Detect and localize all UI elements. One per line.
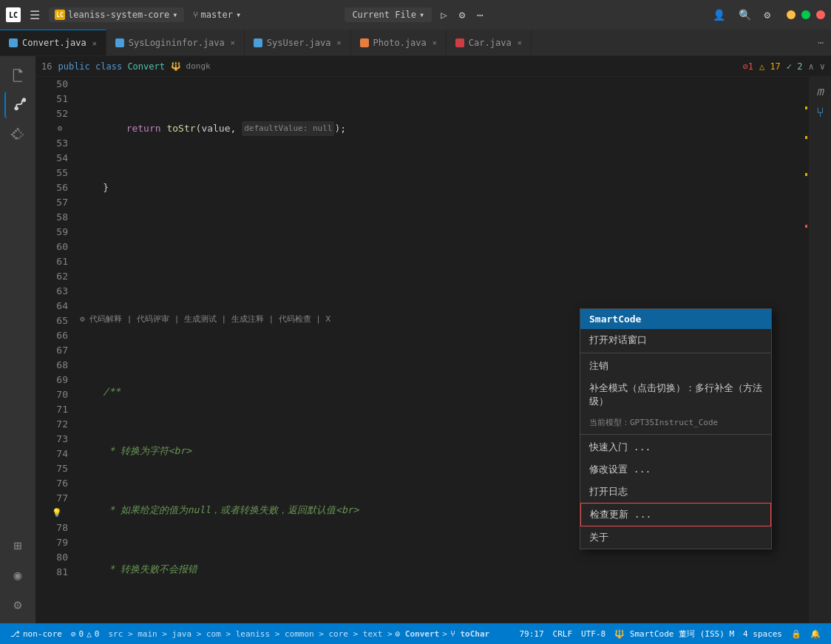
tab-photo[interactable]: Photo.java ✕ bbox=[351, 30, 447, 55]
context-menu: SmartCode 打开对话窗口 注销 补全模式（点击切换）：多行补全（方法级）… bbox=[580, 308, 772, 549]
sb-branch-label: non-core bbox=[23, 629, 62, 639]
sb-smartcode[interactable]: 🔱 SmartCode 董珂 (ISS) M bbox=[610, 623, 739, 644]
tab-label-syslogininfor: SysLogininfor.java bbox=[129, 38, 225, 48]
cm-check-update[interactable]: 检查更新 ... bbox=[580, 503, 771, 526]
tab-syslogininfor[interactable]: SysLogininfor.java ✕ bbox=[106, 30, 245, 55]
author-badge: 🔱 dongk bbox=[171, 61, 211, 71]
cm-about[interactable]: 关于 bbox=[580, 526, 771, 549]
sb-charset: UTF-8 bbox=[581, 629, 606, 639]
branch-name: master bbox=[201, 10, 233, 20]
activity-settings[interactable]: ⚙ bbox=[4, 591, 31, 617]
sb-branch[interactable]: ⎇ non-core bbox=[6, 623, 67, 644]
sb-errors[interactable]: ⊘ 0 △ 0 bbox=[67, 623, 104, 644]
tab-sysuser[interactable]: SysUser.java ✕ bbox=[245, 30, 351, 55]
tab-close-sysuser[interactable]: ✕ bbox=[337, 38, 342, 47]
branch-selector[interactable]: ⑂ master ▾ bbox=[189, 7, 246, 22]
statusbar: ⎇ non-core ⊘ 0 △ 0 src > main > java > c… bbox=[0, 623, 831, 644]
sb-notification-icon: 🔔 bbox=[810, 629, 821, 639]
rp-icon-m[interactable]: m bbox=[812, 83, 828, 99]
menu-button[interactable]: ☰ bbox=[25, 5, 44, 25]
cm-open-log[interactable]: 打开日志 bbox=[580, 481, 771, 503]
context-menu-title: SmartCode bbox=[580, 309, 771, 329]
tabbar: Convert.java ✕ SysLogininfor.java ✕ SysU… bbox=[0, 30, 831, 56]
cm-quick-start[interactable]: 快速入门 ... bbox=[580, 436, 771, 458]
tab-icon-convert bbox=[9, 38, 18, 47]
cm-divider-2 bbox=[580, 434, 771, 435]
titlebar-left: LC ☰ LC leaniss-system-core ▾ ⑂ master ▾ bbox=[6, 5, 340, 25]
sb-tochar: ⑂ toChar bbox=[450, 629, 489, 639]
activity-extensions[interactable] bbox=[4, 121, 31, 148]
editor-content: 50 51 52 ⚙ 53 54 55 56 57 58 59 60 61 62… bbox=[35, 77, 831, 623]
titlebar-center: Current File ▾ ▷ ⚙ ⋯ bbox=[345, 7, 486, 22]
sb-warn-icon: △ bbox=[87, 629, 92, 639]
activity-source-control[interactable] bbox=[4, 92, 31, 118]
tab-close-convert[interactable]: ✕ bbox=[92, 39, 97, 47]
caret-down[interactable]: ∨ bbox=[820, 61, 825, 72]
tab-label-car: Car.java bbox=[469, 38, 512, 48]
repo-selector[interactable]: LC leaniss-system-core ▾ bbox=[49, 7, 184, 22]
run-button[interactable]: ▷ bbox=[438, 7, 450, 22]
sb-line-ending[interactable]: CRLF bbox=[549, 623, 577, 644]
current-file-label: Current File bbox=[352, 10, 416, 20]
line-numbers: 50 51 52 ⚙ 53 54 55 56 57 58 59 60 61 62… bbox=[35, 77, 74, 623]
current-file-selector[interactable]: Current File ▾ bbox=[345, 7, 432, 22]
sb-breadcrumb: src > main > java > com > leaniss > comm… bbox=[104, 623, 494, 644]
branch-chevron: ▾ bbox=[236, 10, 241, 20]
activity-account[interactable]: ◉ bbox=[4, 561, 31, 588]
debug-button[interactable]: ⚙ bbox=[456, 7, 468, 22]
tab-icon-sysuser bbox=[254, 38, 262, 47]
tab-close-syslogininfor[interactable]: ✕ bbox=[231, 38, 235, 47]
app-logo: LC bbox=[6, 7, 21, 22]
branch-icon-status: ⎇ bbox=[10, 629, 20, 639]
tab-label-sysuser: SysUser.java bbox=[267, 38, 331, 48]
close-button[interactable] bbox=[816, 10, 825, 19]
sb-position[interactable]: 79:17 bbox=[515, 623, 548, 644]
minimize-button[interactable] bbox=[787, 10, 796, 19]
current-file-chevron: ▾ bbox=[419, 10, 424, 20]
ok-count: ✓ 2 bbox=[787, 61, 803, 72]
rp-icon-smartcode[interactable]: ⑂ bbox=[812, 104, 828, 120]
main-layout: ⊞ ◉ ⚙ 16 public class Convert 🔱 dongk ⊘1… bbox=[0, 56, 831, 623]
titlebar-right: 👤 🔍 ⚙ bbox=[491, 7, 825, 22]
sb-warn-count: 0 bbox=[95, 629, 100, 639]
sb-lock[interactable]: 🔒 bbox=[787, 623, 806, 644]
sb-notification[interactable]: 🔔 bbox=[806, 623, 825, 644]
tab-icon-car bbox=[455, 38, 464, 47]
tab-more-button[interactable]: ⋯ bbox=[810, 30, 831, 55]
cm-open-dialog[interactable]: 打开对话窗口 bbox=[580, 329, 771, 351]
class-line-num: 16 bbox=[41, 61, 52, 72]
repo-name: leaniss-system-core bbox=[68, 10, 169, 20]
cm-logout[interactable]: 注销 bbox=[580, 355, 771, 377]
sb-position-label: 79:17 bbox=[519, 629, 543, 639]
maximize-button[interactable] bbox=[801, 10, 810, 19]
sb-spaces-label: 4 spaces bbox=[743, 629, 782, 639]
code-line-57: * bbox=[80, 621, 772, 623]
tab-close-photo[interactable]: ✕ bbox=[433, 38, 437, 47]
class-declaration: public class Convert bbox=[58, 61, 165, 72]
window-controls bbox=[787, 10, 825, 19]
caret-up[interactable]: ∧ bbox=[809, 61, 814, 72]
tab-car[interactable]: Car.java ✕ bbox=[447, 30, 532, 55]
more-button[interactable]: ⋯ bbox=[474, 7, 486, 22]
class-header-bar: 16 public class Convert 🔱 dongk ⊘1 △ 17 … bbox=[35, 56, 831, 77]
editor-area: 16 public class Convert 🔱 dongk ⊘1 △ 17 … bbox=[35, 56, 831, 623]
sb-crlf: CRLF bbox=[553, 629, 573, 639]
activity-explorer[interactable] bbox=[4, 62, 31, 89]
sb-error-count: 0 bbox=[79, 629, 84, 639]
activity-bar: ⊞ ◉ ⚙ bbox=[0, 56, 35, 623]
tab-label-photo: Photo.java bbox=[373, 38, 427, 48]
code-line-52 bbox=[80, 240, 772, 254]
activity-remote[interactable]: ⊞ bbox=[4, 532, 31, 558]
cm-divider-1 bbox=[580, 353, 771, 353]
sb-encoding[interactable]: UTF-8 bbox=[577, 623, 610, 644]
settings-icon[interactable]: ⚙ bbox=[762, 7, 773, 22]
code-line-51: } bbox=[80, 180, 772, 195]
tab-convert-java[interactable]: Convert.java ✕ bbox=[0, 30, 106, 55]
account-icon[interactable]: 👤 bbox=[710, 7, 728, 22]
tab-close-car[interactable]: ✕ bbox=[518, 38, 522, 47]
cm-settings[interactable]: 修改设置 ... bbox=[580, 458, 771, 481]
cm-completion-mode[interactable]: 补全模式（点击切换）：多行补全（方法级） bbox=[580, 377, 771, 413]
search-icon[interactable]: 🔍 bbox=[736, 7, 754, 22]
sb-error-icon: ⊘ bbox=[71, 629, 76, 639]
sb-spaces[interactable]: 4 spaces bbox=[739, 623, 787, 644]
